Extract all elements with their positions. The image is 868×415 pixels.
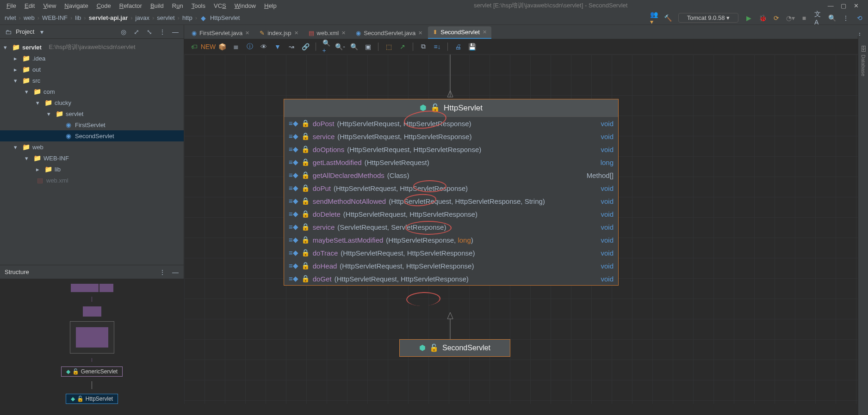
uml-method-row[interactable]: ≡◆🔒doGet(HttpServletRequest, HttpServlet… <box>284 272 618 285</box>
stop-icon[interactable]: ■ <box>800 14 808 22</box>
uml-method-row[interactable]: ≡◆🔒doPut(HttpServletRequest, HttpServlet… <box>284 182 618 195</box>
uml-method-row[interactable]: ≡◆🔒service(ServletRequest, ServletRespon… <box>284 220 618 233</box>
menu-window[interactable]: Window <box>232 2 259 9</box>
close-icon[interactable]: ✕ <box>483 29 487 35</box>
menu-view[interactable]: View <box>40 2 59 9</box>
tree-idea[interactable]: ▸📁.idea <box>0 53 184 64</box>
uml-method-row[interactable]: ≡◆🔒getLastModified(HttpServletRequest)lo… <box>284 156 618 169</box>
minimize-icon[interactable]: — <box>172 269 179 276</box>
save-icon[interactable]: 💾 <box>468 43 476 50</box>
menu-refactor[interactable]: Refactor <box>117 2 145 9</box>
crumb[interactable]: rvlet <box>5 14 16 21</box>
expand-icon[interactable]: ⤢ <box>133 28 140 36</box>
package-icon[interactable]: 📦 <box>218 43 226 50</box>
uml-secondservlet[interactable]: ⬢ 🔓 SecondServlet <box>399 339 510 357</box>
zoomfit-icon[interactable]: 🔍 <box>350 43 358 50</box>
tab-secondservletjava[interactable]: ◉SecondServlet.java✕ <box>351 27 427 39</box>
eye-icon[interactable]: 👁 <box>260 43 267 50</box>
minimize-icon[interactable]: — <box>172 28 179 36</box>
tab-secondservlet-diagram[interactable]: ⬍SecondServlet✕ <box>428 26 491 39</box>
copy-icon[interactable]: ⧉ <box>420 43 427 50</box>
run-config-selector[interactable]: Tomcat 9.0.58 ▾ <box>678 13 738 23</box>
menu-tools[interactable]: Tools <box>189 2 208 9</box>
close-icon[interactable]: ✕ <box>245 30 249 36</box>
tab-firstservlet[interactable]: ◉FirstServlet.java✕ <box>187 27 254 39</box>
tree-webxml[interactable]: ▤web.xml <box>0 175 184 186</box>
uml-method-row[interactable]: ≡◆🔒sendMethodNotAllowed(HttpServletReque… <box>284 195 618 208</box>
database-label[interactable]: Database <box>861 55 866 76</box>
uml-method-row[interactable]: ≡◆🔒maybeSetLastModified(HttpServletRespo… <box>284 233 618 246</box>
menu-run[interactable]: Run <box>169 2 186 9</box>
crumb[interactable]: javax <box>136 14 149 21</box>
debug-icon[interactable]: 🐞 <box>759 14 766 22</box>
uml-method-row[interactable]: ≡◆🔒doTrace(HttpServletRequest, HttpServl… <box>284 246 618 259</box>
tag-icon[interactable]: 🏷 <box>191 43 198 50</box>
menu-vcs[interactable]: VCS <box>211 2 229 9</box>
menu-build[interactable]: Build <box>148 2 167 9</box>
info-icon[interactable]: ⓘ <box>246 43 254 50</box>
mini-http[interactable]: ◆🔓HttpServlet <box>66 394 118 404</box>
structure-minimap[interactable]: ◆🔓GenericServlet ◆🔓HttpServlet <box>0 279 184 404</box>
more-icon[interactable]: ⋮ <box>159 28 166 36</box>
filter-icon[interactable]: ▼ <box>274 43 281 50</box>
target-icon[interactable]: ◎ <box>120 28 127 36</box>
collapse-icon[interactable]: ⤡ <box>146 28 153 36</box>
fit-icon[interactable]: ▣ <box>364 43 372 50</box>
crumb[interactable]: lib <box>75 14 81 21</box>
hammer-icon[interactable]: 🔨 <box>664 14 672 22</box>
close-icon[interactable]: ✕ <box>294 30 298 36</box>
close-button[interactable]: ✕ <box>851 2 862 9</box>
tree-clucky[interactable]: ▾📁clucky <box>0 97 184 108</box>
align-icon[interactable]: ≡↓ <box>434 43 441 50</box>
minimize-button[interactable]: — <box>825 2 837 9</box>
profile-icon[interactable]: ◔▾ <box>787 14 794 22</box>
sync-icon[interactable]: ⟲ <box>856 14 863 22</box>
crumb[interactable]: servlet <box>157 14 174 21</box>
tree-first[interactable]: ◉FirstServlet <box>0 119 184 130</box>
crumb[interactable]: http <box>182 14 192 21</box>
tree-second[interactable]: ◉SecondServlet <box>0 130 184 141</box>
tab-indexjsp[interactable]: ✎index.jsp✕ <box>255 27 303 39</box>
zoomin-icon[interactable]: 🔍+ <box>322 43 330 50</box>
menu-navigate[interactable]: Navigate <box>62 2 91 9</box>
tree-out[interactable]: ▸📁out <box>0 64 184 75</box>
uml-method-row[interactable]: ≡◆🔒doOptions(HttpServletRequest, HttpSer… <box>284 143 618 156</box>
menu-code[interactable]: Code <box>94 2 114 9</box>
tree-lib[interactable]: ▸📁lib <box>0 164 184 175</box>
coverage-icon[interactable]: ⟳ <box>773 14 780 22</box>
uml-httpservlet[interactable]: ⬢ 🔓 HttpServlet ≡◆🔒doPost(HttpServletReq… <box>284 99 619 286</box>
diagram-canvas[interactable]: ⬢ 🔓 HttpServlet ≡◆🔒doPost(HttpServletReq… <box>184 55 868 404</box>
tree-root[interactable]: ▾📁servlet E:\hsp培训\javaweb\csdn\servlet <box>0 42 184 53</box>
more-icon[interactable]: ⋮ <box>842 14 849 22</box>
print-icon[interactable]: 🖨 <box>454 43 462 50</box>
tree-servlet-pkg[interactable]: ▾📁servlet <box>0 108 184 119</box>
search-icon[interactable]: 🔍 <box>828 14 836 22</box>
list-icon[interactable]: ≣ <box>232 43 240 50</box>
tree-com[interactable]: ▾📁com <box>0 86 184 97</box>
tab-webxml[interactable]: ▤web.xml✕ <box>304 27 351 39</box>
layout-icon[interactable]: ⬚ <box>385 43 392 50</box>
users-icon[interactable]: 👥▾ <box>651 14 658 22</box>
dropdown-icon[interactable]: ▾ <box>38 28 45 36</box>
close-icon[interactable]: ✕ <box>341 30 346 36</box>
link-icon[interactable]: 🔗 <box>302 43 309 50</box>
export-icon[interactable]: ↗ <box>399 43 406 50</box>
menu-help[interactable]: Help <box>261 2 279 9</box>
uml-method-row[interactable]: ≡◆🔒doDelete(HttpServletRequest, HttpServ… <box>284 208 618 220</box>
branch-icon[interactable]: ↝ <box>288 43 295 50</box>
crumb[interactable]: HttpServlet <box>210 14 240 21</box>
locale-icon[interactable]: 文A <box>814 14 822 22</box>
uml-method-row[interactable]: ≡◆🔒service(HttpServletRequest, HttpServl… <box>284 130 618 143</box>
run-icon[interactable]: ▶ <box>745 14 752 22</box>
database-icon[interactable]: 🗄 <box>860 45 867 53</box>
tree-src[interactable]: ▾📁src <box>0 75 184 86</box>
crumb[interactable]: servlet-api.jar <box>89 14 128 21</box>
tree-webinf[interactable]: ▾📁WEB-INF <box>0 153 184 164</box>
uml-method-row[interactable]: ≡◆🔒doPost(HttpServletRequest, HttpServle… <box>284 117 618 130</box>
menu-edit[interactable]: Edit <box>22 2 37 9</box>
mini-generic[interactable]: ◆🔓GenericServlet <box>61 366 123 377</box>
crumb[interactable]: WEB-INF <box>42 14 68 21</box>
uml-method-row[interactable]: ≡◆🔒doHead(HttpServletRequest, HttpServle… <box>284 259 618 272</box>
new-icon[interactable]: NEW <box>205 43 212 50</box>
tree-web[interactable]: ▾📁web <box>0 141 184 153</box>
